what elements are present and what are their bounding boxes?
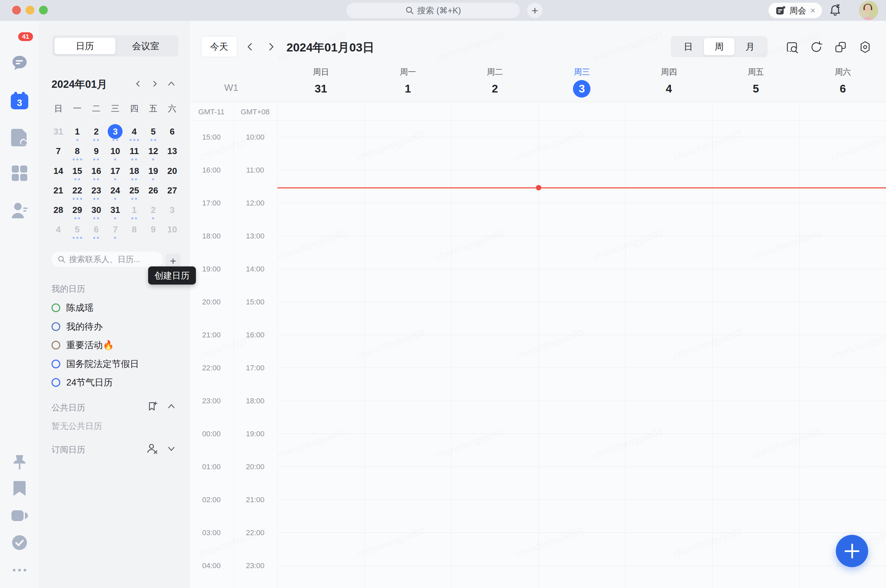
public-calendars-collapse-icon[interactable] (165, 400, 178, 413)
mini-date-cell[interactable]: 5 (68, 222, 87, 242)
mini-date-cell[interactable]: 10 (162, 222, 182, 242)
mini-date-cell[interactable]: 28 (49, 202, 68, 222)
mini-date-cell[interactable]: 17 (106, 164, 125, 183)
mini-date-cell[interactable]: 5 (144, 124, 162, 144)
calendar-list-item[interactable]: 我的待办 (51, 318, 103, 336)
day-header[interactable]: 周二2 (451, 67, 538, 98)
mini-date-cell[interactable]: 25 (125, 183, 144, 202)
rail-calendar-icon[interactable]: 3 (10, 91, 29, 110)
mini-date-cell[interactable]: 3 (162, 202, 182, 222)
close-window-button[interactable] (12, 6, 21, 15)
mini-date-cell[interactable]: 20 (162, 164, 182, 183)
mini-date-cell[interactable]: 1 (125, 202, 144, 222)
mini-date-cell[interactable]: 9 (144, 222, 162, 242)
mini-date-cell[interactable]: 7 (49, 144, 68, 163)
mini-date-cell[interactable]: 27 (162, 183, 182, 202)
mini-date-cell[interactable]: 4 (125, 124, 144, 144)
mini-calendar-prev-button[interactable] (132, 78, 144, 90)
rail-bookmark-icon[interactable] (10, 478, 29, 498)
minimize-window-button[interactable] (26, 6, 34, 15)
notification-snooze-icon[interactable] (829, 4, 842, 17)
rail-more-icon[interactable] (10, 560, 29, 580)
calendar-list-item[interactable]: 国务院法定节假日 (51, 355, 139, 373)
meeting-doc-tag[interactable]: 周会 × (769, 3, 822, 18)
mini-date-cell[interactable]: 13 (162, 144, 182, 163)
global-search-input[interactable]: 搜索 (⌘+K) (346, 3, 520, 18)
mini-date-cell[interactable]: 11 (125, 144, 144, 163)
new-window-button[interactable]: + (527, 3, 543, 18)
day-header[interactable]: 周一1 (364, 67, 451, 98)
rail-workplace-icon[interactable] (10, 164, 29, 183)
day-header[interactable]: 周六6 (799, 67, 886, 98)
rail-docs-icon[interactable] (10, 128, 29, 147)
zoom-window-button[interactable] (39, 6, 48, 15)
mini-date-cell[interactable]: 1 (68, 124, 87, 144)
mini-date-cell[interactable]: 19 (144, 164, 162, 183)
calendar-list-item[interactable]: 陈成瑶 (51, 299, 93, 317)
day-header[interactable]: 周五5 (712, 67, 799, 98)
subscribed-calendars-expand-icon[interactable] (165, 442, 178, 456)
day-header[interactable]: 周日31 (277, 67, 364, 98)
mini-date-cell[interactable]: 31 (106, 202, 125, 222)
mini-date-cell[interactable]: 2 (87, 124, 106, 144)
close-tag-icon[interactable]: × (810, 5, 815, 16)
mini-date-cell[interactable]: 3 (106, 124, 125, 144)
mini-date-cell[interactable]: 21 (49, 183, 68, 202)
mini-date-cell[interactable]: 31 (49, 124, 68, 144)
tab-会议室[interactable]: 会议室 (116, 38, 176, 54)
mini-date-cell[interactable]: 7 (106, 222, 125, 242)
day-header[interactable]: 周三3 (538, 67, 625, 98)
create-event-fab[interactable] (836, 535, 868, 567)
week-grid[interactable] (190, 102, 886, 588)
mini-date-cell[interactable]: 26 (144, 183, 162, 202)
mini-date-cell[interactable]: 9 (87, 144, 106, 163)
rail-contacts-icon[interactable] (10, 201, 29, 220)
mini-date-cell[interactable]: 15 (68, 164, 87, 183)
mini-date-cell[interactable]: 23 (87, 183, 106, 202)
view-tab-月[interactable]: 月 (734, 38, 766, 55)
mini-date-cell[interactable]: 12 (144, 144, 162, 163)
mini-calendar-collapse-icon[interactable] (165, 78, 177, 90)
rail-messenger-icon[interactable] (10, 53, 29, 73)
mini-date-cell[interactable]: 2 (144, 202, 162, 222)
mini-date-cell[interactable]: 30 (87, 202, 106, 222)
tab-日历[interactable]: 日历 (54, 38, 116, 54)
mini-date-cell[interactable]: 16 (87, 164, 106, 183)
rail-tasks-icon[interactable] (10, 533, 29, 552)
mini-date-cell[interactable]: 8 (125, 222, 144, 242)
calendar-color-circle[interactable] (51, 341, 60, 350)
settings-icon[interactable] (858, 40, 872, 54)
mini-date-cell[interactable]: 18 (125, 164, 144, 183)
mini-date-cell[interactable]: 4 (49, 222, 68, 242)
add-public-calendar-icon[interactable] (146, 400, 159, 413)
unsubscribe-calendar-icon[interactable] (146, 442, 159, 456)
mini-date-cell[interactable]: 8 (68, 144, 87, 163)
mini-date-cell[interactable]: 24 (106, 183, 125, 202)
mini-date-cell[interactable]: 6 (87, 222, 106, 242)
mini-date-cell[interactable]: 29 (68, 202, 87, 222)
calendar-color-circle[interactable] (51, 360, 60, 368)
next-week-button[interactable] (265, 40, 277, 53)
mini-date-cell[interactable]: 14 (49, 164, 68, 183)
mini-date-cell[interactable]: 6 (162, 124, 182, 144)
view-tab-周[interactable]: 周 (704, 38, 735, 55)
calendar-list-item[interactable]: 24节气日历 (51, 374, 113, 392)
calendar-color-circle[interactable] (51, 378, 60, 387)
day-header[interactable]: 周四4 (626, 67, 712, 98)
calendar-list-item[interactable]: 重要活动🔥 (51, 336, 114, 354)
search-events-icon[interactable] (785, 40, 799, 54)
calendar-color-circle[interactable] (51, 303, 60, 312)
prev-week-button[interactable] (244, 40, 257, 53)
today-button[interactable]: 今天 (201, 36, 237, 57)
calendar-color-circle[interactable] (51, 322, 60, 331)
user-avatar[interactable] (859, 1, 878, 20)
contact-search-input[interactable]: 搜索联系人、日历... (51, 252, 162, 267)
share-icon[interactable] (833, 40, 848, 54)
mini-calendar-next-button[interactable] (149, 78, 161, 90)
view-tab-日[interactable]: 日 (673, 38, 704, 55)
rail-video-icon[interactable] (10, 506, 29, 525)
mini-date-cell[interactable]: 22 (68, 183, 87, 202)
mini-date-cell[interactable]: 10 (106, 144, 125, 163)
rail-pin-icon[interactable] (10, 453, 29, 472)
refresh-icon[interactable] (809, 40, 823, 54)
